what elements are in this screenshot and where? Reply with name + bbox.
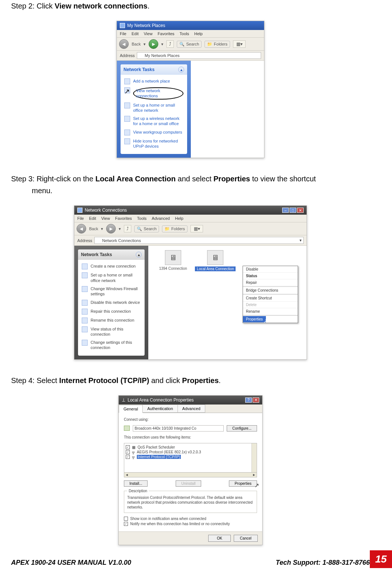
scrollbar-v[interactable]: [251, 443, 257, 472]
ctx-bridge[interactable]: Bridge Connections: [243, 287, 298, 294]
menu-view[interactable]: View: [144, 31, 153, 36]
help-button[interactable]: ?: [245, 397, 252, 403]
close-button[interactable]: ✕: [297, 208, 304, 213]
task-firewall[interactable]: Change Windows Firewall settings: [81, 285, 142, 298]
back-dropdown-icon[interactable]: ▾: [143, 42, 146, 47]
address-value[interactable]: My Network Places: [145, 53, 259, 58]
menu-favorites[interactable]: Favorites: [158, 31, 174, 36]
minimize-button[interactable]: –: [282, 208, 289, 213]
tab-authentication[interactable]: Authentication: [142, 405, 178, 413]
view-mode-button[interactable]: ▦▾: [233, 40, 246, 48]
checkbox-icon[interactable]: ✓: [126, 455, 130, 459]
scrollbar-h[interactable]: ◄►: [124, 472, 257, 477]
fwd-dropdown-icon[interactable]: ▾: [119, 226, 121, 231]
task-repair[interactable]: Repair this connection: [81, 307, 142, 316]
close-button[interactable]: ✕: [253, 397, 259, 403]
up-folder-icon[interactable]: ⤴: [124, 225, 131, 232]
checkbox-icon[interactable]: ✓: [126, 445, 130, 449]
task-setup-home-network[interactable]: Set up a home or small office network: [124, 101, 184, 115]
items-listbox[interactable]: ✓▦QoS Packet Scheduler ✓╦AEGIS Protocol …: [124, 443, 257, 473]
context-menu: Disable Status Repair Bridge Connections…: [243, 266, 298, 323]
step-4-text: Step 4: Select Internet Protocol (TCP/IP…: [11, 375, 370, 386]
collapse-icon[interactable]: ▴: [178, 67, 184, 73]
menu-favorites[interactable]: Favorites: [115, 216, 132, 221]
notify-checkbox[interactable]: ✓Notify me when this connection has limi…: [124, 522, 257, 526]
search-icon: 🔍: [137, 226, 142, 231]
item-tcpip[interactable]: ✓╦Internet Protocol (TCP/IP): [126, 454, 255, 459]
search-button[interactable]: 🔍Search: [134, 225, 159, 232]
up-folder-icon[interactable]: ⤴: [166, 40, 174, 48]
folders-button[interactable]: 📁Folders: [205, 41, 230, 48]
menu-tools[interactable]: Tools: [137, 216, 147, 221]
ctx-rename[interactable]: Rename: [243, 308, 298, 315]
netconn-icon: [77, 208, 82, 213]
task-change-settings[interactable]: Change settings of this connection: [81, 338, 142, 352]
ctx-properties[interactable]: Properties: [243, 316, 266, 323]
maximize-button[interactable]: □: [290, 208, 296, 213]
back-button[interactable]: ◄: [119, 39, 129, 49]
forward-button[interactable]: ►: [106, 224, 116, 234]
chk-label: Notify me when this connection has limit…: [130, 522, 230, 526]
forward-button[interactable]: ►: [149, 39, 158, 49]
scroll-right-icon[interactable]: ►: [251, 473, 257, 477]
task-hide-upnp[interactable]: Hide icons for networked UPnP devices: [124, 137, 184, 151]
ctx-status[interactable]: Status: [243, 273, 298, 279]
task-view-network-connections[interactable]: View network connections: [124, 86, 184, 101]
ctx-disable[interactable]: Disable: [243, 266, 298, 273]
task-rename[interactable]: Rename this connection: [81, 316, 142, 325]
forward-dropdown-icon[interactable]: ▾: [161, 42, 163, 47]
checkbox-icon[interactable]: ✓: [126, 450, 130, 454]
address-value[interactable]: Network Connections: [102, 238, 298, 243]
menu-file[interactable]: File: [120, 31, 126, 36]
task-setup-wireless[interactable]: Set up a wireless network for a home or …: [124, 114, 184, 128]
menu-tools[interactable]: Tools: [180, 31, 189, 36]
menu-edit[interactable]: Edit: [89, 216, 96, 221]
task-create-connection[interactable]: Create a new connection: [81, 262, 142, 271]
search-button[interactable]: 🔍Search: [177, 41, 202, 48]
collapse-icon[interactable]: ▴: [136, 252, 142, 258]
item-qos[interactable]: ✓▦QoS Packet Scheduler: [126, 445, 255, 450]
task-add-network-place[interactable]: Add a network place: [124, 77, 184, 86]
cancel-button[interactable]: Cancel: [234, 535, 258, 542]
checkbox-icon[interactable]: [124, 517, 128, 521]
description-group: Description Transmission Control Protoco…: [124, 489, 257, 513]
connection-lan[interactable]: 🖥 Local Area Connection: [195, 250, 236, 271]
back-label: Back: [132, 42, 141, 46]
lan-prop-icon: ⊥: [122, 397, 125, 403]
win1-toolbar: ◄ Back ▾ ► ▾ ⤴ 🔍Search 📁Folders ▦▾: [117, 38, 264, 51]
task-disable-device[interactable]: Disable this network device: [81, 298, 142, 307]
task-label: View network connections: [133, 87, 183, 100]
win2-menubar: File Edit View Favorites Tools Advanced …: [74, 215, 307, 222]
folders-button[interactable]: 📁Folders: [162, 225, 187, 232]
task-setup-home-network[interactable]: Set up a home or small office network: [81, 271, 142, 285]
tab-advanced[interactable]: Advanced: [178, 405, 205, 413]
item-aegis[interactable]: ✓╦AEGIS Protocol (IEEE 802.1x) v3.2.0.3: [126, 450, 255, 454]
ok-button[interactable]: OK: [208, 535, 230, 542]
network-places-icon: [120, 23, 125, 28]
task-view-workgroup[interactable]: View workgroup computers: [124, 128, 184, 137]
scroll-left-icon[interactable]: ◄: [124, 473, 129, 477]
ctx-create-shortcut[interactable]: Create Shortcut: [243, 295, 298, 302]
menu-file[interactable]: File: [77, 216, 84, 221]
connection-1394[interactable]: 🖥 1394 Connection: [153, 250, 193, 271]
install-button[interactable]: Install...: [124, 480, 148, 487]
view-mode-button[interactable]: ▦▾: [190, 225, 203, 232]
configure-button[interactable]: Configure...: [227, 425, 257, 432]
checkbox-icon[interactable]: ✓: [124, 522, 128, 526]
back-dropdown-icon[interactable]: ▾: [101, 226, 103, 231]
network-tasks-header[interactable]: Network Tasks ▴: [121, 64, 187, 75]
properties-button[interactable]: Properties: [229, 480, 257, 487]
show-icon-checkbox[interactable]: Show icon in notification area when conn…: [124, 517, 257, 521]
menu-view[interactable]: View: [101, 216, 110, 221]
menu-help[interactable]: Help: [175, 216, 183, 221]
network-tasks-header[interactable]: Network Tasks ▴: [78, 249, 145, 260]
address-dropdown-icon[interactable]: ▾: [300, 238, 302, 243]
tab-general[interactable]: General: [119, 405, 143, 413]
connect-using-label: Connect using:: [124, 417, 257, 422]
menu-advanced[interactable]: Advanced: [152, 216, 170, 221]
menu-help[interactable]: Help: [194, 31, 203, 36]
back-button[interactable]: ◄: [77, 224, 86, 234]
menu-edit[interactable]: Edit: [132, 31, 139, 36]
task-view-status[interactable]: View status of this connection: [81, 325, 142, 339]
ctx-repair[interactable]: Repair: [243, 279, 298, 286]
